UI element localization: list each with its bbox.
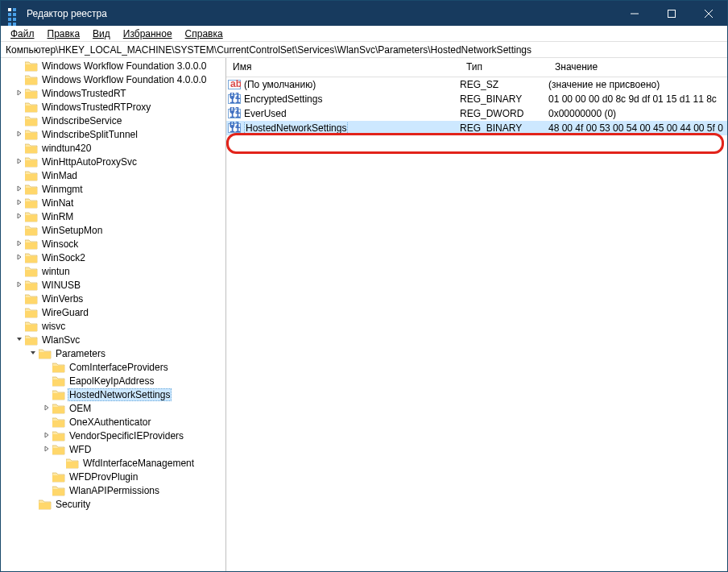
list-row[interactable]: EverUsedREG_DWORD0x00000000 (0) [226, 106, 727, 121]
folder-icon [25, 211, 38, 222]
expand-icon[interactable] [14, 280, 24, 290]
tree-item-label: windtun420 [40, 143, 93, 154]
tree-item[interactable]: WFDProvPlugin [1, 470, 225, 483]
tree-item[interactable]: WindscribeService [1, 114, 225, 127]
tree-item-label: EapolKeyIpAddress [68, 375, 155, 387]
tree-item-label: VendorSpecificIEProviders [68, 430, 185, 441]
tree-item-label: Windows Workflow Foundation 4.0.0.0 [40, 74, 209, 85]
value-name: EverUsed [244, 108, 460, 119]
folder-icon [25, 334, 38, 346]
tree-item-label: Winsock [40, 238, 80, 250]
expand-icon[interactable] [14, 157, 24, 167]
tree-item-label: WinSock2 [40, 252, 87, 263]
expand-icon[interactable] [14, 212, 24, 222]
list-row[interactable]: HostedNetworkSettingsREG_BINARY48 00 4f … [226, 121, 727, 135]
tree-item[interactable]: WinVerbs [1, 292, 225, 305]
collapse-icon[interactable] [14, 335, 24, 345]
col-type[interactable]: Тип [460, 58, 548, 77]
tree-item[interactable]: wintun [1, 264, 225, 278]
col-name[interactable]: Имя [226, 58, 460, 77]
titlebar[interactable]: Редактор реестра [1, 1, 727, 26]
tree-item[interactable]: WinRM [1, 209, 225, 223]
expand-icon[interactable] [14, 239, 24, 249]
tree-item[interactable]: OEM [1, 401, 225, 415]
expand-icon[interactable] [14, 89, 24, 98]
tree-item[interactable]: WinHttpAutoProxySvc [1, 155, 225, 168]
folder-icon [25, 88, 38, 99]
tree-item-label: WFDProvPlugin [68, 471, 139, 483]
folder-icon [25, 197, 38, 209]
folder-icon [25, 293, 38, 305]
list-row[interactable]: EncryptedSettingsREG_BINARY01 00 00 00 d… [226, 92, 727, 106]
close-button[interactable] [690, 1, 727, 26]
tree-item-label: Security [54, 499, 92, 510]
tree-item-label: WinNat [40, 197, 75, 209]
tree-item[interactable]: Windows Workflow Foundation 3.0.0.0 [1, 59, 225, 73]
tree-item[interactable]: HostedNetworkSettings [1, 388, 225, 401]
folder-icon [25, 321, 38, 332]
expand-icon[interactable] [14, 184, 24, 194]
tree-item[interactable]: WlanAPIPermissions [1, 483, 225, 497]
col-data[interactable]: Значение [548, 58, 727, 77]
folder-icon [25, 252, 38, 263]
menu-favorites[interactable]: Избранное [117, 27, 179, 40]
tree-item[interactable]: Winsock [1, 237, 225, 251]
menu-edit[interactable]: Правка [41, 27, 87, 40]
string-value-icon [228, 78, 241, 91]
expand-icon[interactable] [42, 404, 52, 413]
tree-item-label: WinHttpAutoProxySvc [40, 156, 139, 168]
tree-item[interactable]: Windows Workflow Foundation 4.0.0.0 [1, 73, 225, 86]
tree-item-label: WindscribeSplitTunnel [40, 129, 139, 140]
tree-item[interactable]: WindscribeSplitTunnel [1, 127, 225, 141]
tree-item-label: WlanAPIPermissions [68, 485, 161, 496]
folder-icon [25, 143, 38, 154]
maximize-button[interactable] [653, 1, 690, 26]
tree-item[interactable]: windtun420 [1, 141, 225, 155]
tree-item[interactable]: WfdInterfaceManagement [1, 456, 225, 470]
tree-item-label: WindowsTrustedRT [40, 88, 128, 99]
value-type: REG_DWORD [460, 108, 548, 119]
tree-item[interactable]: WinNat [1, 196, 225, 209]
expand-icon[interactable] [14, 198, 24, 208]
folder-icon [66, 458, 79, 469]
tree-item[interactable]: Winmgmt [1, 182, 225, 196]
tree-item[interactable]: OneXAuthenticator [1, 415, 225, 429]
tree-item[interactable]: WindowsTrustedRT [1, 86, 225, 100]
folder-icon [25, 170, 38, 181]
tree-item[interactable]: Security [1, 497, 225, 511]
tree-panel[interactable]: Windows Workflow Foundation 3.0.0.0Windo… [1, 58, 226, 571]
value-data: 48 00 4f 00 53 00 54 00 45 00 44 00 5f 0 [548, 122, 727, 134]
collapse-icon[interactable] [28, 349, 38, 359]
tree-item[interactable]: wisvc [1, 319, 225, 333]
expand-icon[interactable] [42, 431, 52, 441]
menu-help[interactable]: Справка [179, 27, 230, 40]
menu-view[interactable]: Вид [86, 27, 117, 40]
list-body[interactable]: (По умолчанию)REG_SZ(значение не присвое… [226, 77, 727, 571]
expand-icon[interactable] [14, 130, 24, 139]
expand-icon[interactable] [42, 445, 52, 454]
tree-item-label: WireGuard [40, 307, 90, 318]
expand-icon[interactable] [14, 253, 24, 263]
tree-item-label: WinRM [40, 211, 75, 222]
folder-icon [25, 74, 38, 85]
tree-item[interactable]: WinSetupMon [1, 223, 225, 237]
tree-item[interactable]: Parameters [1, 346, 225, 360]
tree-item[interactable]: WinSock2 [1, 251, 225, 264]
tree-item-label: Winmgmt [40, 184, 85, 195]
value-data: 0x00000000 (0) [548, 108, 727, 119]
tree-item[interactable]: WINUSB [1, 278, 225, 292]
address-bar[interactable]: Компьютер\HKEY_LOCAL_MACHINE\SYSTEM\Curr… [1, 42, 727, 58]
tree-item-label: WindscribeService [40, 115, 123, 126]
tree-item[interactable]: WindowsTrustedRTProxy [1, 100, 225, 114]
tree-item[interactable]: ComInterfaceProviders [1, 360, 225, 374]
menu-file[interactable]: Файл [4, 27, 41, 40]
tree-item[interactable]: VendorSpecificIEProviders [1, 429, 225, 442]
app-icon [7, 7, 20, 20]
tree-item[interactable]: WlanSvc [1, 333, 225, 346]
tree-item[interactable]: EapolKeyIpAddress [1, 374, 225, 388]
list-row[interactable]: (По умолчанию)REG_SZ(значение не присвое… [226, 77, 727, 92]
tree-item[interactable]: WFD [1, 442, 225, 456]
minimize-button[interactable] [616, 1, 653, 26]
tree-item[interactable]: WireGuard [1, 305, 225, 319]
tree-item[interactable]: WinMad [1, 168, 225, 182]
